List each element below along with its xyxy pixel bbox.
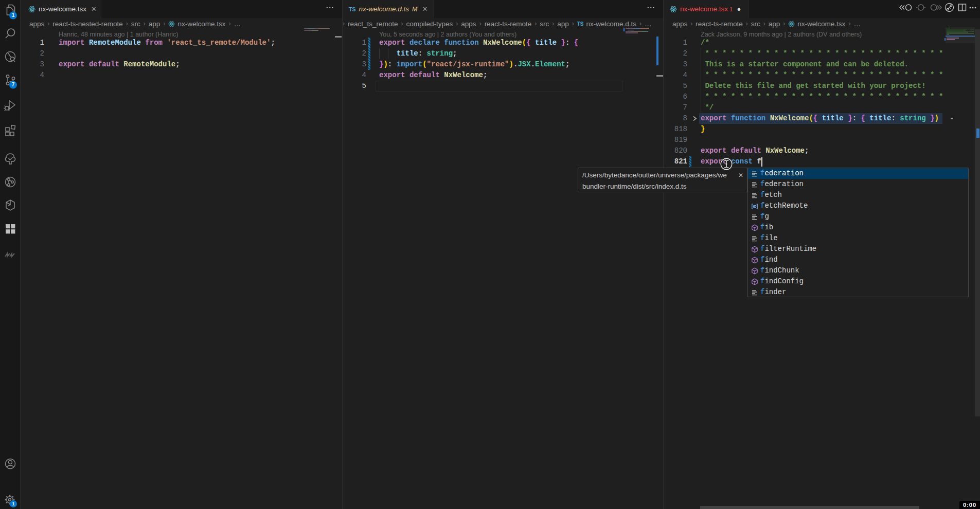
svg-text:1: 1 — [12, 12, 15, 18]
svg-text:7: 7 — [12, 82, 15, 87]
svg-text:1: 1 — [12, 501, 15, 506]
